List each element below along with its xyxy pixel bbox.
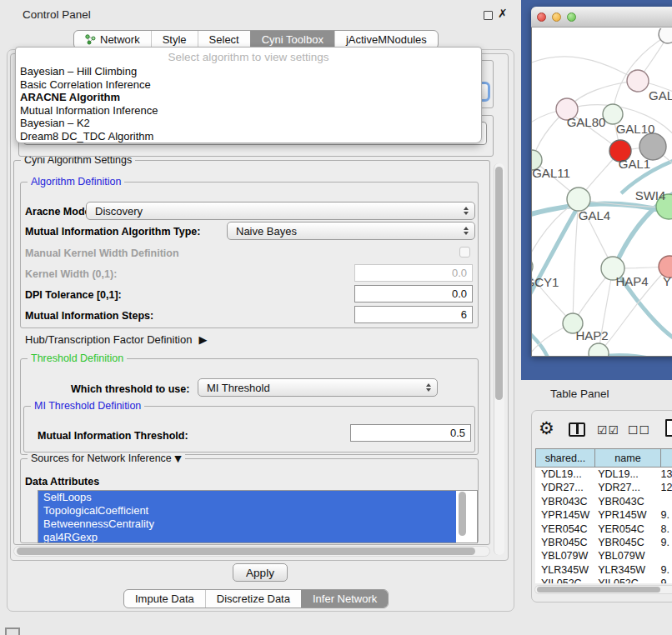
kernel-width-label: Kernel Width (0,1): [25,268,117,280]
tab-select[interactable]: Select [198,31,250,48]
table-horizontal-scrollbar-thumb[interactable] [537,587,660,592]
deselect-all-icon[interactable]: ☐☐ [628,423,650,437]
group-title: Threshold Definition [28,352,127,364]
mi-steps-field[interactable]: 6 [354,306,473,323]
data-attribute-item[interactable]: BetweennessCentrality [38,518,456,531]
select-all-icon[interactable]: ☑☑ [597,423,619,437]
dropdown-item[interactable]: Basic Correlation Inference [16,78,481,92]
table-row[interactable]: YBR045CYBR045C9. [535,536,672,549]
dropdown-item[interactable]: ARACNE Algorithm [16,91,481,104]
network-canvas[interactable]: GALGAL80GAL10GAL1GAL11SWI4GAL4GCY1HAP4YH… [532,28,672,356]
network-node-label: GAL1 [619,157,650,171]
dropdown-item[interactable]: Mutual Information Inference [16,104,481,118]
tab-jactivemnodules[interactable]: jActiveMNodules [334,31,438,48]
combo-value: Naive Bayes [236,225,297,238]
tab-label: Discretize Data [217,592,290,605]
which-threshold-combobox[interactable]: MI Threshold [198,378,438,397]
column-header-extra[interactable] [661,448,672,468]
data-attribute-item[interactable]: SelfLoops [38,491,456,504]
dropdown-item[interactable]: Bayesian – Hill Climbing [16,65,481,78]
float-panel-icon[interactable] [484,11,493,20]
which-threshold-label: Which threshold to use: [71,383,189,395]
dpi-tolerance-field[interactable]: 0.0 [354,285,473,302]
tab-discretize-data[interactable]: Discretize Data [205,590,301,608]
table-cell: YIL052C [593,577,655,583]
table-cell: 9. [655,577,672,583]
network-node[interactable] [627,70,649,92]
table-row[interactable]: YBR043CYBR043C [535,495,672,508]
tab-network[interactable]: Network [74,31,151,48]
sources-collapse-toggle[interactable]: Sources for Network Inference ▼ [28,452,185,464]
manual-kernel-width-checkbox[interactable] [459,247,470,258]
settings-vertical-scrollbar-thumb[interactable] [495,167,503,400]
table-row[interactable]: YBL079WYBL079W [535,549,672,562]
group-title: MI Threshold Definition [31,400,144,412]
data-attribute-item[interactable]: gal4RGexp [38,531,456,543]
data-attributes-label: Data Attributes [25,476,99,488]
column-view-icon[interactable] [569,422,585,437]
table-panel-title: Table Panel [550,388,609,400]
attributes-list-scrollbar[interactable] [459,492,466,536]
table-cell: YDL19... [535,468,593,481]
dropdown-placeholder: Select algorithm to view settings [16,49,481,65]
network-node-label: GAL10 [616,122,655,136]
aracne-mode-combobox[interactable]: Discovery [86,202,475,220]
close-window-icon[interactable] [537,12,546,22]
tab-label: Cyni Toolbox [262,33,323,46]
tab-cyni-toolbox[interactable]: Cyni Toolbox [250,31,334,48]
tab-label: Style [163,33,187,46]
mi-threshold-label: Mutual Information Threshold: [38,430,188,442]
table-cell: 12 [655,481,672,494]
tab-style[interactable]: Style [151,31,198,48]
collapsed-panel-icon[interactable] [5,628,20,635]
new-document-icon[interactable] [665,419,672,437]
combo-arrows-icon [464,227,469,235]
hub-definition-expander[interactable]: Hub/Transcription Factor Definition ▶ [25,333,207,346]
control-panel-title: Control Panel [23,8,91,21]
dropdown-item[interactable]: Bayesian – K2 [16,117,481,130]
table-cell: YBR043C [593,495,655,508]
table-cell: 9. [655,563,672,577]
network-node[interactable] [659,28,672,43]
table-row[interactable]: YDL19...YDL19...13 [535,468,672,481]
table-row[interactable]: YPR145WYPR145W9. [535,508,672,522]
table-cell: YDL19... [593,468,655,481]
minimize-window-icon[interactable] [552,12,561,22]
tab-label: Select [209,33,239,46]
tab-infer-network[interactable]: Infer Network [301,590,388,608]
mi-threshold-field[interactable]: 0.5 [350,424,471,442]
table-row[interactable]: YER054CYER054C8. [535,522,672,536]
zoom-window-icon[interactable] [567,12,576,22]
tab-label: Infer Network [313,592,377,605]
tab-impute-data[interactable]: Impute Data [124,590,205,608]
column-header-shared-name[interactable]: shared... [535,448,595,468]
hub-definition-label: Hub/Transcription Factor Definition [25,333,192,346]
table-cell: YDR27... [535,481,593,494]
network-node[interactable] [532,257,533,277]
table-row[interactable]: YLR345WYLR345W9. [535,563,672,577]
group-title: Algorithm Definition [28,176,124,188]
table-cell: YBL079W [593,549,655,562]
data-attributes-list[interactable]: SelfLoopsTopologicalCoefficientBetweenne… [38,490,478,543]
column-header-name[interactable]: name [595,448,661,468]
network-node[interactable] [567,188,590,211]
table-row[interactable]: YDR27...YDR27...12 [535,481,672,494]
dropdown-item[interactable]: Dream8 DC_TDC Algorithm [16,130,481,143]
settings-horizontal-scrollbar-thumb[interactable] [17,548,475,555]
table-cell: 8. [655,522,672,536]
table-cell: YPR145W [593,508,655,522]
gear-icon[interactable]: ⚙ [539,418,554,438]
data-attribute-item[interactable]: TopologicalCoefficient [38,504,456,518]
network-node-label: GCY1 [532,275,559,289]
network-node-label: SWI4 [635,188,666,202]
kernel-width-field[interactable]: 0.0 [354,264,473,282]
table-cell: YDR27... [593,481,655,494]
network-node-label: HAP4 [615,274,648,288]
table-row[interactable]: YIL052CYIL052C9. [535,577,672,583]
close-panel-icon[interactable]: ✗ [498,7,508,20]
apply-button[interactable]: Apply [233,563,288,582]
combo-value: Discovery [95,205,143,218]
table-cell: YPR145W [535,508,593,522]
combo-value: MI Threshold [207,382,270,394]
mi-algorithm-type-combobox[interactable]: Naive Bayes [227,222,475,240]
